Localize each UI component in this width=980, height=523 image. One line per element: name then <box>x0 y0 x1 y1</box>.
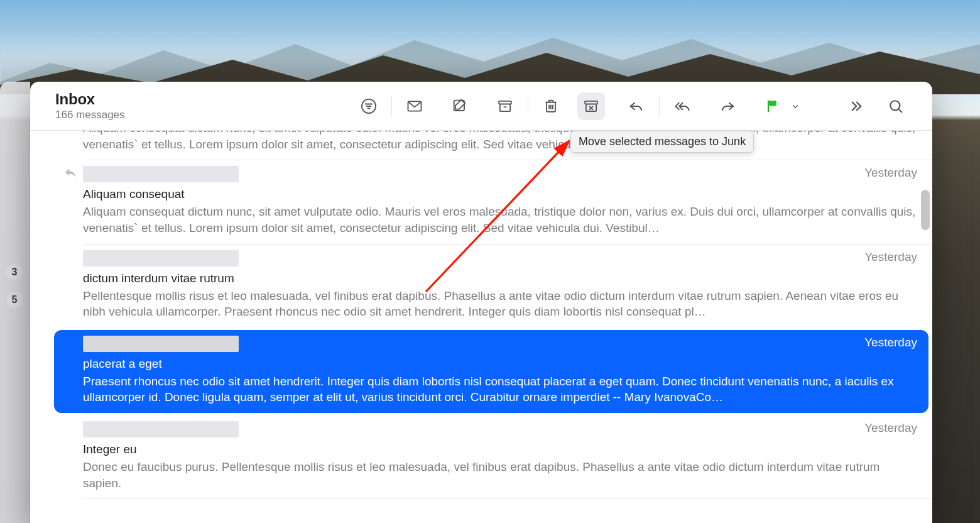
reply-all-button[interactable] <box>668 92 696 120</box>
message-preview: Aliquam consequat dictum nunc, sit amet … <box>83 204 917 236</box>
chevron-double-right-icon <box>847 97 864 115</box>
title-block: Inbox 166 messages <box>55 91 125 121</box>
envelope-icon <box>406 97 423 115</box>
search-button[interactable] <box>882 92 910 120</box>
message-preview: Pellentesque mollis risus et leo malesua… <box>83 288 917 320</box>
sender-redacted <box>83 166 239 182</box>
filter-button[interactable] <box>355 92 383 120</box>
message-row[interactable]: Aliquam consequat dictum nunc, sit amet … <box>30 131 932 160</box>
message-subject: Aliquam consequat <box>83 187 917 201</box>
message-preview: Praesent rhoncus nec odio sit amet hendr… <box>83 373 917 405</box>
message-row[interactable]: YesterdayInteger euDonec eu faucibus pur… <box>30 416 932 498</box>
message-subject: Integer eu <box>83 443 917 456</box>
mail-window: Inbox 166 messages <box>30 82 932 523</box>
message-preview: Donec eu faucibus purus. Pellentesque mo… <box>83 459 917 491</box>
flag-menu-button[interactable] <box>787 92 804 120</box>
search-icon <box>887 97 905 115</box>
message-row[interactable]: YesterdayAliquam consequatAliquam conseq… <box>30 160 932 243</box>
get-mail-button[interactable] <box>401 92 428 120</box>
message-date: Yesterday <box>864 250 917 264</box>
sidebar-badge-b[interactable]: 5 <box>6 292 23 308</box>
filter-circle-icon <box>360 97 378 115</box>
forward-button[interactable] <box>714 92 741 120</box>
compose-button[interactable] <box>446 92 474 120</box>
flag-button[interactable] <box>759 92 787 120</box>
sender-redacted <box>83 421 239 438</box>
replied-icon <box>64 167 77 180</box>
message-date: Yesterday <box>864 166 917 180</box>
message-count: 166 messages <box>55 109 125 121</box>
svg-rect-5 <box>585 101 597 104</box>
svg-point-6 <box>890 101 900 110</box>
forward-icon <box>719 97 736 115</box>
sender-redacted <box>83 250 239 267</box>
reply-icon <box>628 97 645 115</box>
sidebar-sliver: 3 5 <box>0 82 30 523</box>
message-row[interactable]: Yesterdayplacerat a egetPraesent rhoncus… <box>54 330 928 413</box>
scrollbar[interactable] <box>921 140 930 523</box>
toolbar: Inbox 166 messages <box>30 82 932 131</box>
reply-all-icon <box>673 97 691 115</box>
compose-icon <box>451 97 469 115</box>
message-subject: dictum interdum vitae rutrum <box>83 272 917 285</box>
sidebar-badge-a[interactable]: 3 <box>6 264 23 280</box>
mailbox-title: Inbox <box>55 91 125 108</box>
junk-button[interactable] <box>577 92 605 120</box>
sender-redacted <box>83 336 239 352</box>
trash-icon <box>542 97 560 115</box>
reply-button[interactable] <box>623 92 650 120</box>
message-date: Yesterday <box>864 336 917 350</box>
scrollbar-thumb[interactable] <box>921 190 930 230</box>
junk-icon <box>582 97 600 115</box>
message-list[interactable]: Aliquam consequat dictum nunc, sit amet … <box>30 131 932 523</box>
message-preview: Aliquam consequat dictum nunc, sit amet … <box>83 131 917 152</box>
message-date: Yesterday <box>864 421 917 435</box>
archive-icon <box>496 97 514 115</box>
svg-rect-3 <box>499 101 511 104</box>
archive-button[interactable] <box>491 92 519 120</box>
flag-icon <box>764 97 781 115</box>
overflow-button[interactable] <box>842 92 869 120</box>
message-row[interactable]: Yesterdaydictum interdum vitae rutrumPel… <box>30 245 932 328</box>
message-subject: placerat a eget <box>83 357 917 371</box>
delete-button[interactable] <box>537 92 565 120</box>
tooltip-junk: Move selected messages to Junk <box>570 131 754 153</box>
chevron-down-icon <box>790 101 801 112</box>
sidebar-selected-indicator <box>5 151 30 181</box>
